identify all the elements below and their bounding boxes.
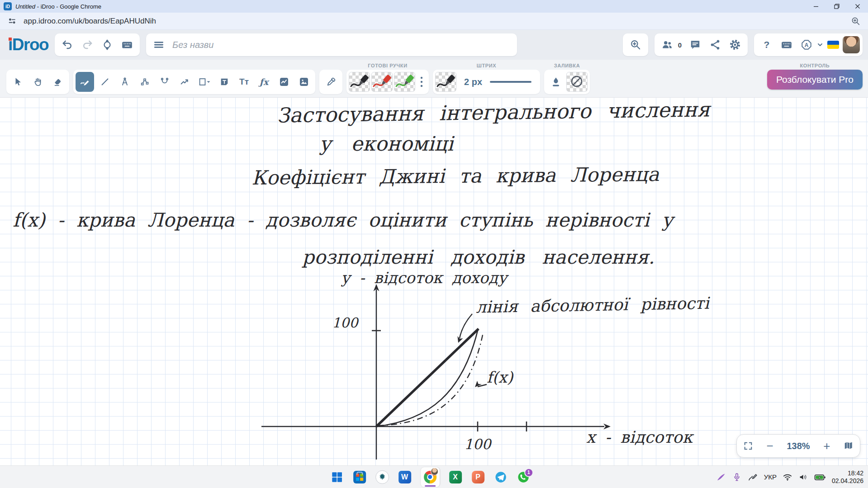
microsoft-store-button[interactable] [353, 470, 366, 484]
more-pens-button[interactable] [417, 72, 427, 92]
arrow-tool-button[interactable] [175, 72, 194, 92]
sticky-note-tool-button[interactable] [215, 72, 233, 92]
eyedropper-button[interactable] [322, 72, 340, 92]
whatsapp-button[interactable]: 1 [517, 470, 530, 484]
whiteboard-canvas[interactable]: Застосування інтегрального числення у ек… [0, 98, 868, 466]
preset-pens-label: ГОТОВІ РУЧКИ [368, 61, 407, 70]
microphone-tray-icon[interactable] [732, 472, 741, 482]
lorenz-curve-sketch [0, 98, 868, 466]
svg-text:A: A [805, 42, 809, 48]
menu-button[interactable] [149, 35, 169, 55]
image-tool-button[interactable] [294, 72, 313, 92]
zoom-out-button[interactable]: − [767, 440, 773, 452]
restore-icon [834, 4, 840, 9]
sticky-note-icon [219, 77, 229, 87]
idroo-logo-dot [9, 38, 12, 41]
formula-tool-button[interactable]: ƒx [255, 72, 273, 92]
tray-time: 18:42 [832, 469, 863, 477]
virtual-keyboard-button[interactable] [777, 35, 797, 55]
origin-position-button[interactable] [97, 35, 117, 55]
minimize-button[interactable] [806, 0, 826, 13]
telegram-icon [494, 471, 507, 483]
windows-start-icon [331, 471, 343, 483]
clock[interactable]: 18:42 02.04.2026 [832, 469, 863, 485]
stroke-width-value[interactable]: 2 px [464, 77, 482, 87]
chevron-down-icon[interactable] [816, 41, 824, 48]
pen-tool-button[interactable] [76, 72, 94, 92]
language-indicator[interactable]: УКР [764, 473, 777, 481]
select-tool-button[interactable] [9, 72, 27, 92]
collaborators-button[interactable] [657, 35, 677, 55]
close-button[interactable] [847, 0, 868, 13]
chat-icon [689, 39, 701, 51]
share-button[interactable] [705, 35, 725, 55]
board-title-input[interactable]: Без назви [172, 40, 213, 50]
no-fill-button[interactable] [566, 72, 588, 92]
autocorrect-button[interactable]: A [797, 35, 816, 55]
pen-preset-black[interactable] [349, 72, 370, 92]
curve-tool-button[interactable] [155, 72, 174, 92]
url-text[interactable]: app.idroo.com/uk/boards/EapAHUdNih [24, 17, 156, 26]
pen-preset-green[interactable] [394, 72, 415, 92]
speaker-icon[interactable] [798, 472, 808, 482]
powerpoint-button[interactable]: P [471, 470, 485, 484]
redo-button[interactable] [77, 35, 97, 55]
window-controls [806, 0, 868, 13]
excel-button[interactable]: X [449, 470, 462, 484]
help-question-icon: ? [764, 39, 770, 50]
shape-dropdown-chevron-icon[interactable] [206, 79, 211, 85]
shape-tool-button[interactable] [195, 72, 213, 92]
help-button[interactable]: ? [757, 35, 777, 55]
battery-icon[interactable] [814, 472, 826, 482]
restore-button[interactable] [826, 0, 847, 13]
site-permissions-icon[interactable] [7, 16, 17, 26]
zoom-in-button[interactable]: + [823, 440, 830, 452]
idroo-header: iDroo Без назви 0 [0, 30, 868, 60]
fullscreen-button[interactable] [743, 441, 753, 451]
minimap-button[interactable] [844, 441, 854, 451]
draw-tools-section: Tт ƒx [73, 61, 315, 94]
pan-tool-button[interactable] [28, 72, 47, 92]
user-avatar[interactable] [843, 36, 860, 53]
flag-blue [827, 41, 839, 45]
shortcuts-keyboard-button[interactable] [117, 35, 137, 55]
line-tool-button[interactable] [95, 72, 114, 92]
stroke-preview-line[interactable] [490, 81, 531, 83]
fill-color-button[interactable] [546, 72, 565, 92]
stylus-tray-icon[interactable] [747, 472, 758, 483]
pen-tray-icon[interactable] [716, 472, 726, 483]
stroke-pen-icon [436, 72, 455, 91]
pen-preset-red[interactable] [371, 72, 393, 92]
map-icon [844, 441, 854, 451]
wifi-icon[interactable] [783, 472, 792, 482]
start-button[interactable] [330, 470, 344, 484]
draw-tools-card: Tт ƒx [73, 70, 315, 94]
share-icon [709, 39, 721, 51]
eraser-tool-button[interactable] [48, 72, 67, 92]
canvas-zoom-button[interactable] [626, 35, 645, 55]
text-tool-button[interactable]: Tт [235, 72, 253, 92]
chat-button[interactable] [685, 35, 705, 55]
canvas-zoom-panel: − 138% + [736, 434, 860, 458]
compass-tool-button[interactable] [115, 72, 134, 92]
unlock-pro-button[interactable]: Розблокувати Pro [767, 70, 863, 90]
collaborators-count: 0 [678, 41, 682, 49]
word-button[interactable]: W [398, 470, 412, 484]
window-title-untitled: Untitled [15, 3, 35, 10]
browser-zoom-icon[interactable] [851, 16, 861, 26]
tool-deck: Tт ƒx ГОТОВІ РУЧКИ [0, 60, 868, 98]
settings-button[interactable] [725, 35, 745, 55]
chrome-button[interactable] [421, 467, 440, 487]
vertical-dots-icon [420, 76, 423, 88]
undo-button[interactable] [57, 35, 77, 55]
stroke-pen-swatch[interactable] [435, 72, 456, 92]
fill-card [544, 70, 590, 94]
address-bar[interactable]: app.idroo.com/uk/boards/EapAHUdNih [0, 13, 868, 30]
polyline-tool-button[interactable] [135, 72, 154, 92]
chart-tool-button[interactable] [275, 72, 293, 92]
history-card [55, 33, 140, 56]
telegram-button[interactable] [494, 470, 508, 484]
curve-icon [160, 77, 170, 87]
maple-button[interactable] [375, 470, 389, 484]
ukraine-flag-icon[interactable] [827, 41, 839, 49]
